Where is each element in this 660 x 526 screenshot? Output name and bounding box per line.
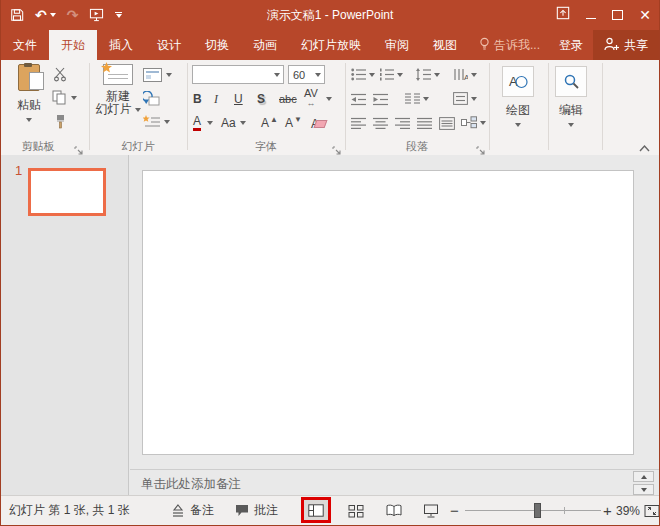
notes-toggle-label: 备注 — [190, 502, 214, 519]
align-left-button[interactable] — [351, 116, 366, 134]
clear-formatting-button[interactable]: A — [311, 117, 319, 135]
font-color-button[interactable]: A — [193, 114, 201, 131]
zoom-level[interactable]: 39% — [616, 496, 640, 525]
ribbon-display-options-icon[interactable] — [556, 6, 570, 24]
sign-in-button[interactable]: 登录 — [549, 30, 593, 60]
paste-button[interactable]: 粘贴 — [9, 64, 49, 122]
notes-status-icon — [171, 504, 185, 517]
bold-button[interactable]: B — [193, 90, 202, 108]
font-size-combobox[interactable]: 60 — [288, 65, 325, 84]
tabbar-right: 告诉我... 登录 共享 — [470, 30, 659, 60]
shrink-font-button[interactable]: A▼ — [285, 114, 302, 132]
slide-sorter-view-button[interactable] — [343, 498, 369, 523]
align-center-button[interactable] — [373, 116, 388, 134]
align-center-icon — [373, 117, 388, 130]
clipboard-group-label: 剪贴板 — [1, 139, 75, 154]
italic-button[interactable]: I — [214, 90, 218, 108]
editing-group-button[interactable]: 编辑 — [554, 66, 588, 127]
zoom-out-button[interactable]: − — [450, 496, 459, 525]
tab-view[interactable]: 视图 — [421, 30, 469, 60]
tell-me-box[interactable]: 告诉我... — [470, 30, 549, 60]
change-case-button[interactable]: Aa — [221, 114, 246, 132]
share-button[interactable]: 共享 — [593, 30, 659, 60]
zoom-slider-handle[interactable] — [534, 503, 541, 518]
justify-button[interactable] — [417, 116, 432, 134]
collapse-ribbon-button[interactable] — [639, 138, 650, 156]
comments-toggle-button[interactable]: 批注 — [235, 496, 278, 525]
slide-canvas[interactable] — [142, 170, 634, 455]
notes-placeholder[interactable]: 单击此处添加备注 — [141, 476, 241, 493]
text-direction-button[interactable]: A — [453, 68, 477, 81]
ribbon-tab-bar: 文件 开始 插入 设计 切换 动画 幻灯片放映 审阅 视图 告诉我... 登录 … — [1, 30, 659, 60]
tab-animations[interactable]: 动画 — [241, 30, 289, 60]
drawing-group-button[interactable]: A 绘图 — [501, 66, 535, 127]
text-shadow-button[interactable]: S — [257, 90, 265, 108]
align-right-icon — [395, 117, 410, 130]
character-spacing-button[interactable]: AV↔ — [304, 88, 318, 106]
zoom-in-button[interactable]: + — [603, 496, 612, 525]
tab-review[interactable]: 审阅 — [373, 30, 421, 60]
new-slide-icon — [103, 64, 133, 85]
slideshow-view-button[interactable] — [418, 498, 444, 523]
align-right-button[interactable] — [395, 116, 410, 134]
editing-find-icon — [555, 66, 587, 97]
section-button[interactable] — [143, 115, 170, 128]
next-slide-button[interactable] — [633, 484, 654, 495]
bullets-button[interactable] — [351, 68, 375, 81]
close-icon[interactable]: ✕ — [639, 8, 651, 22]
align-text-icon — [453, 92, 468, 105]
columns-button[interactable] — [405, 92, 429, 105]
svg-text:A: A — [509, 74, 518, 89]
tell-me-label: 告诉我... — [494, 37, 540, 54]
align-left-icon — [351, 117, 366, 130]
line-spacing-button[interactable] — [415, 68, 440, 81]
fit-slide-to-window-button[interactable] — [639, 498, 660, 523]
copy-button[interactable] — [52, 90, 77, 105]
cut-button[interactable] — [53, 67, 68, 86]
reset-button[interactable] — [143, 91, 160, 110]
new-slide-button[interactable]: 新建 幻灯片 — [95, 64, 141, 116]
font-color-caret[interactable] — [207, 121, 213, 125]
format-painter-icon — [53, 114, 68, 129]
distribute-button[interactable] — [439, 116, 455, 134]
maximize-icon[interactable] — [612, 10, 623, 20]
reading-view-button[interactable] — [381, 498, 407, 523]
numbering-caret — [397, 73, 403, 77]
slide-thumbnail-1[interactable] — [28, 168, 106, 216]
tab-insert[interactable]: 插入 — [97, 30, 145, 60]
minimize-icon[interactable] — [586, 18, 596, 19]
font-name-combobox[interactable] — [192, 65, 284, 84]
tab-slideshow[interactable]: 幻灯片放映 — [289, 30, 373, 60]
tab-home[interactable]: 开始 — [49, 30, 97, 60]
numbering-button[interactable] — [379, 68, 403, 81]
notes-pane-divider[interactable] — [130, 469, 659, 470]
font-name-caret — [274, 73, 280, 77]
strikethrough-button[interactable]: abc — [279, 90, 297, 108]
ribbon-home: 粘贴 剪贴板 新建 幻灯片 — [1, 60, 659, 156]
shrink-font-arrow: ▼ — [294, 115, 302, 124]
numbering-icon — [379, 68, 394, 81]
drawing-icon: A — [502, 66, 534, 97]
share-label: 共享 — [624, 37, 648, 54]
smartart-convert-button[interactable] — [461, 116, 486, 129]
workspace: 1 单击此处添加备注 — [1, 155, 659, 495]
justify-icon — [417, 117, 432, 130]
align-text-button[interactable] — [453, 92, 477, 105]
font-size-value: 60 — [289, 69, 305, 81]
previous-slide-button[interactable] — [633, 471, 654, 482]
decrease-indent-button[interactable] — [351, 92, 366, 110]
grow-font-button[interactable]: A▲ — [261, 114, 278, 132]
zoom-slider-track[interactable] — [465, 510, 601, 511]
layout-button[interactable] — [143, 68, 172, 82]
increase-indent-button[interactable] — [373, 92, 388, 110]
char-spacing-caret[interactable] — [326, 97, 332, 101]
tab-file[interactable]: 文件 — [1, 30, 49, 60]
tab-transitions[interactable]: 切换 — [193, 30, 241, 60]
notes-toggle-button[interactable]: 备注 — [171, 496, 214, 525]
format-painter-button[interactable] — [53, 114, 68, 133]
tab-design[interactable]: 设计 — [145, 30, 193, 60]
normal-view-button[interactable] — [303, 498, 329, 523]
window-controls: ✕ — [556, 0, 651, 30]
underline-button[interactable]: U — [234, 90, 243, 108]
lightbulb-icon — [479, 37, 490, 54]
